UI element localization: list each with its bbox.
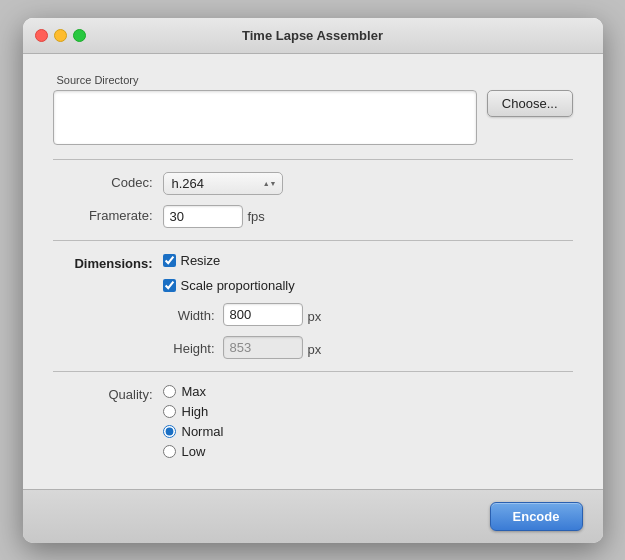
resize-label: Resize: [181, 253, 221, 268]
minimize-button[interactable]: [54, 29, 67, 42]
dimensions-controls: Resize Scale proportionally Width: px He…: [163, 253, 322, 359]
choose-button[interactable]: Choose...: [487, 90, 573, 117]
maximize-button[interactable]: [73, 29, 86, 42]
height-unit: px: [303, 338, 322, 357]
width-unit: px: [303, 305, 322, 324]
main-window: Time Lapse Assembler Source Directory Ch…: [23, 18, 603, 543]
framerate-label: Framerate:: [53, 205, 163, 223]
source-label: Source Directory: [57, 74, 573, 86]
width-input[interactable]: [223, 303, 303, 326]
quality-row: Quality: Max High Normal Low: [53, 384, 573, 459]
close-button[interactable]: [35, 29, 48, 42]
height-row: Height: px: [163, 336, 322, 359]
resize-checkbox[interactable]: [163, 254, 176, 267]
codec-select-wrapper: h.264 MPEG-4 ProRes: [163, 172, 283, 195]
divider-1: [53, 159, 573, 160]
quality-radio-group: Max High Normal Low: [163, 384, 224, 459]
divider-2: [53, 240, 573, 241]
scale-label: Scale proportionally: [181, 278, 295, 293]
dimensions-label: Dimensions:: [53, 253, 163, 271]
quality-normal-radio[interactable]: [163, 425, 176, 438]
scale-row: Scale proportionally: [163, 278, 322, 293]
quality-max-row: Max: [163, 384, 224, 399]
quality-max-radio[interactable]: [163, 385, 176, 398]
window-title: Time Lapse Assembler: [242, 28, 383, 43]
fps-unit: fps: [243, 205, 265, 224]
quality-low-radio[interactable]: [163, 445, 176, 458]
quality-label: Quality:: [53, 384, 163, 402]
source-section: Source Directory Choose...: [53, 74, 573, 145]
quality-normal-label: Normal: [182, 424, 224, 439]
encode-button[interactable]: Encode: [490, 502, 583, 531]
codec-label: Codec:: [53, 172, 163, 190]
codec-select[interactable]: h.264 MPEG-4 ProRes: [163, 172, 283, 195]
content-area: Source Directory Choose... Codec: h.264 …: [23, 54, 603, 489]
titlebar: Time Lapse Assembler: [23, 18, 603, 54]
quality-low-label: Low: [182, 444, 206, 459]
height-input[interactable]: [223, 336, 303, 359]
traffic-lights: [35, 29, 86, 42]
divider-3: [53, 371, 573, 372]
quality-high-row: High: [163, 404, 224, 419]
quality-high-radio[interactable]: [163, 405, 176, 418]
framerate-input[interactable]: 30: [163, 205, 243, 228]
source-directory-input[interactable]: [53, 90, 477, 145]
framerate-row: Framerate: 30 fps: [53, 205, 573, 228]
height-label: Height:: [163, 338, 223, 356]
quality-normal-row: Normal: [163, 424, 224, 439]
quality-high-label: High: [182, 404, 209, 419]
scale-checkbox[interactable]: [163, 279, 176, 292]
resize-row: Resize: [163, 253, 322, 268]
dimensions-row: Dimensions: Resize Scale proportionally …: [53, 253, 573, 359]
width-row: Width: px: [163, 303, 322, 326]
quality-low-row: Low: [163, 444, 224, 459]
bottom-bar: Encode: [23, 489, 603, 543]
codec-row: Codec: h.264 MPEG-4 ProRes: [53, 172, 573, 195]
quality-max-label: Max: [182, 384, 207, 399]
source-row: Choose...: [53, 90, 573, 145]
width-label: Width:: [163, 305, 223, 323]
